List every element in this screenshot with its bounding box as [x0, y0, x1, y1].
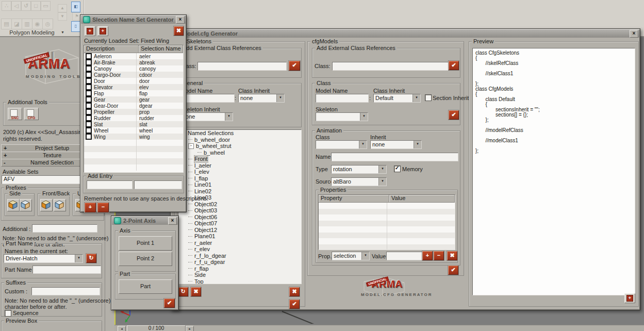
remove-entry-button[interactable]: −	[97, 203, 109, 212]
selection-row-empty[interactable]	[84, 152, 183, 158]
selection-row-prop[interactable]: Propellerprop	[84, 109, 183, 115]
selection-row-canopy[interactable]: Canopycanopy	[84, 65, 183, 72]
selection-row-cdoor[interactable]: Cargo-Doorcdoor	[84, 72, 183, 78]
subobject-select-icon[interactable]: ▤	[1, 19, 12, 29]
axis-apply-button[interactable]: ✔	[164, 299, 175, 308]
custom-suffix-field[interactable]	[31, 287, 100, 295]
chevron-down-icon[interactable]: ▼	[412, 94, 420, 102]
selection-row-aeler[interactable]: Aeleronaeler	[84, 53, 183, 59]
arrow-down-icon[interactable]: ▼	[58, 12, 67, 21]
selection-name-column-header[interactable]: Selection Name	[139, 45, 183, 53]
row-checkbox[interactable]	[86, 103, 92, 109]
property-column-header[interactable]: Property	[319, 195, 389, 202]
tree-item-b-wheel[interactable]: b_wheel	[178, 150, 301, 156]
property-row-empty[interactable]	[319, 221, 455, 227]
tree-item-plane01[interactable]: Plane01	[178, 233, 301, 240]
skel-ext-class-field[interactable]	[197, 62, 287, 71]
export-config-button[interactable]: +	[624, 293, 635, 303]
property-row-empty[interactable]	[319, 214, 455, 221]
anim-type-dropdown[interactable]: rotation ▼	[331, 165, 387, 174]
selection-row-slat[interactable]: Slatslat	[84, 121, 183, 127]
selection-row-empty[interactable]	[84, 158, 183, 164]
tree-item-r-f-u-dgear[interactable]: r_f_u_dgear	[178, 259, 301, 266]
part-name-field[interactable]	[32, 266, 101, 274]
prop-dropdown[interactable]: selection ▼	[332, 252, 370, 260]
panel-toggle-icon[interactable]: ◧	[71, 2, 80, 12]
selection-row-elev[interactable]: Elevatorelev	[84, 84, 183, 90]
anim-name-field[interactable]	[331, 153, 458, 161]
timeline-prev-button[interactable]: ◂	[118, 326, 126, 331]
additional-prefix-field[interactable]	[32, 224, 97, 233]
time-slider-handle[interactable]: 0 / 100	[127, 325, 186, 331]
panel-expand-icon[interactable]: ▯	[71, 21, 80, 32]
selection-row-wheel[interactable]: Wheelwheel	[84, 127, 183, 134]
model-ext-add-button[interactable]: ✔	[449, 61, 459, 70]
selection-row-flap[interactable]: Flapflap	[84, 90, 183, 96]
point1-button[interactable]: Point 1	[119, 236, 172, 251]
selection-titlebar[interactable]: Slecetion Name Set Generator ×	[81, 15, 186, 24]
row-checkbox[interactable]	[86, 53, 92, 59]
circle-tool-icon[interactable]: ◎	[42, 19, 53, 29]
row-checkbox[interactable]	[86, 59, 92, 65]
row-checkbox[interactable]	[86, 84, 92, 90]
arrow-up-icon[interactable]: ▲	[58, 4, 67, 12]
save-set-button[interactable]: +	[97, 26, 108, 36]
cube-prefix-button[interactable]	[20, 199, 32, 211]
tree-item-named-selections[interactable]: -Named Selections	[178, 130, 301, 137]
chevron-down-icon[interactable]: ▼	[414, 141, 421, 148]
row-checkbox[interactable]	[86, 72, 92, 78]
close-icon[interactable]: ×	[630, 30, 638, 38]
row-checkbox[interactable]	[86, 134, 92, 140]
tree-item-r-aeler[interactable]: r_aeler	[178, 240, 301, 246]
cfg-tool-button[interactable]: CFG	[24, 108, 39, 120]
selection-row-empty[interactable]	[84, 140, 183, 146]
tree-item-front[interactable]: Front	[178, 156, 301, 162]
close-icon[interactable]: ×	[168, 217, 177, 225]
polygon-modeling-label[interactable]: Polygon Modeling	[6, 29, 58, 36]
axis-titlebar[interactable]: 2-Point Axis ×	[112, 217, 178, 225]
anim-inherit-dropdown[interactable]: none ▼	[370, 140, 422, 149]
row-checkbox[interactable]	[86, 127, 92, 134]
point2-button[interactable]: Point 2	[119, 252, 172, 266]
section-inherit-checkbox[interactable]	[425, 94, 432, 101]
tree-item-l-aeler[interactable]: l_aeler	[178, 162, 301, 169]
tree-item-r-flap[interactable]: r_flap	[178, 266, 301, 272]
property-row-empty[interactable]	[319, 226, 455, 233]
tree-item-r-f-lo-dgear[interactable]: r_f_lo_dgear	[178, 253, 301, 259]
description-column-header[interactable]: Description	[84, 45, 139, 53]
selection-row-door[interactable]: Doordoor	[84, 78, 183, 84]
cube-prefix-button[interactable]	[7, 199, 20, 211]
row-checkbox[interactable]	[86, 65, 92, 72]
row-checkbox[interactable]	[86, 78, 92, 84]
snap-toggle-icon[interactable]: ◉	[32, 19, 43, 29]
tree-item-object07[interactable]: Object07	[178, 220, 301, 227]
property-row-empty[interactable]	[319, 203, 455, 209]
chevron-down-icon[interactable]: ▼	[378, 166, 386, 173]
skeleton-inherit-dropdown[interactable]: none ▼	[180, 112, 233, 121]
anim-class-dropdown[interactable]: ▼	[316, 140, 367, 149]
tree-item-top[interactable]: Top	[178, 278, 301, 285]
prop-clear-button[interactable]: ✖	[447, 251, 457, 260]
tree-item-line01[interactable]: Line01	[178, 181, 301, 188]
lasso-select-icon[interactable]: ◁	[11, 1, 21, 11]
rect-select-icon[interactable]: □	[31, 1, 41, 11]
preview-code[interactable]: class CfgSkeletons { //skelRefClass //sk…	[472, 48, 635, 295]
grid-select-icon[interactable]: ▥	[22, 19, 32, 29]
row-checkbox[interactable]	[86, 90, 92, 96]
selection-close-button[interactable]: ✖	[174, 26, 184, 36]
tree-expander-icon[interactable]: -	[188, 143, 194, 149]
selection-row-wing[interactable]: Wingwing	[84, 134, 183, 140]
part-button[interactable]: Part	[119, 279, 172, 294]
chevron-down-icon[interactable]: ▼	[276, 94, 284, 102]
chevron-down-icon[interactable]: ▼	[360, 113, 368, 121]
modelcfg-titlebar[interactable]: Model.cfg Generator ×	[171, 29, 639, 38]
skel-apply-button[interactable]: ✔	[289, 300, 300, 309]
sequence-checkbox[interactable]	[5, 310, 11, 317]
tree-item-r-elev[interactable]: r_elev	[178, 246, 301, 253]
tree-item-object12[interactable]: Object12	[178, 227, 301, 234]
property-row-empty[interactable]	[319, 238, 455, 244]
model-name-field[interactable]	[316, 94, 369, 103]
refresh-names-button[interactable]: ↻	[86, 254, 96, 263]
close-icon[interactable]: ×	[176, 16, 185, 24]
selection-row-dgear[interactable]: Gear-Doordgear	[84, 103, 183, 109]
